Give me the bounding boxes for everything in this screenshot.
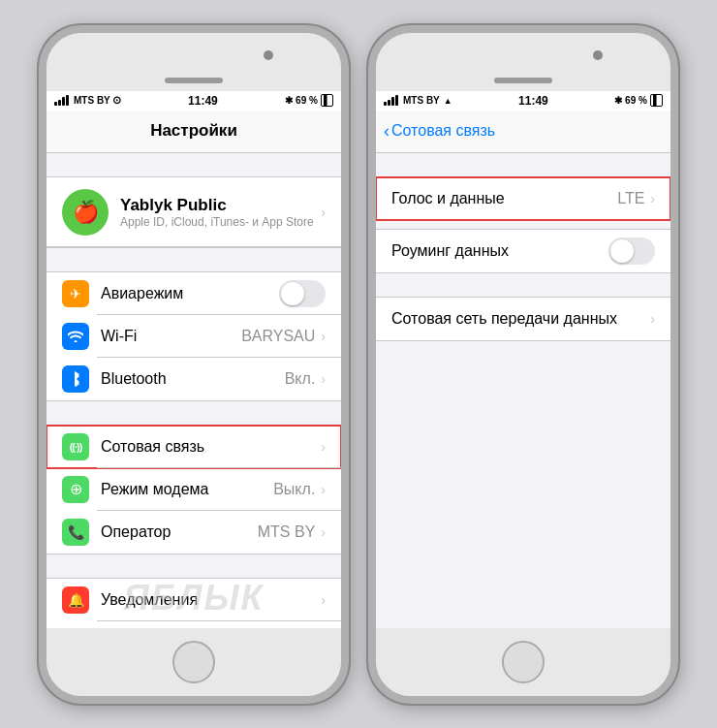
bar4 [66, 95, 69, 106]
voice-data-value: LTE [617, 190, 644, 207]
p2-bar2 [388, 100, 390, 106]
phone-2-screen: MTS BY ▲ 11:49 ✱ 69 % ▌ ‹ Сотовая связь [376, 91, 670, 628]
phone-2-status-left: MTS BY ▲ [384, 95, 452, 106]
profile-name: Yablyk Public [120, 196, 321, 215]
voice-data-label: Голос и данные [391, 190, 617, 207]
phone-2: MTS BY ▲ 11:49 ✱ 69 % ▌ ‹ Сотовая связь [368, 25, 678, 704]
hotspot-icon-box: ⊕ [62, 476, 89, 503]
roaming-item[interactable]: Роуминг данных [376, 230, 670, 272]
wifi-item[interactable]: Wi-Fi BARYSAU › [47, 315, 341, 358]
cellular-group: ((·)) Сотовая связь › ⊕ Режим модема Вык… [47, 425, 341, 554]
bar2 [58, 100, 61, 106]
p2-gap-1 [376, 221, 670, 229]
profile-icon-symbol: 🍎 [73, 200, 99, 225]
phone-1-screen: MTS BY ⊙ 11:49 ✱ 69 % ▌ Настройки 🍎 [47, 91, 341, 628]
airplane-toggle[interactable] [279, 280, 326, 307]
wifi-label: Wi-Fi [101, 328, 241, 345]
profile-avatar: 🍎 [62, 189, 109, 236]
battery-label: 69 % [296, 95, 318, 106]
wifi-icon-box [62, 323, 89, 350]
phone-2-bottom-hardware [376, 628, 670, 696]
notifications-chevron: › [321, 592, 326, 608]
signal-bars [54, 95, 69, 106]
bluetooth-chevron: › [321, 371, 326, 387]
bluetooth-label: Bluetooth [101, 370, 285, 388]
carrier-value: MTS BY [258, 523, 316, 541]
hotspot-item[interactable]: ⊕ Режим модема Выкл. › [47, 468, 341, 511]
gap-3 [47, 554, 341, 578]
phone-1: MTS BY ⊙ 11:49 ✱ 69 % ▌ Настройки 🍎 [39, 25, 349, 704]
notifications-icon-box: 🔔 [62, 586, 89, 614]
notifications-item[interactable]: 🔔 Уведомления › [47, 579, 341, 621]
control-center-item[interactable]: ⊞ Пункт управления › [47, 621, 341, 628]
roaming-group: Роуминг данных [376, 229, 670, 273]
profile-chevron: › [321, 205, 326, 220]
phone-2-front-camera [593, 50, 603, 60]
data-network-item[interactable]: Сотовая сеть передачи данных › [376, 298, 670, 340]
p2-gap-2 [376, 273, 670, 297]
phone-2-location-icon: ▲ [444, 96, 452, 106]
notifications-group: 🔔 Уведомления › ⊞ Пункт управления › [47, 578, 341, 628]
clock: 11:49 [188, 94, 218, 108]
phone-2-clock: 11:49 [518, 94, 548, 108]
wifi-icon: ⊙ [112, 94, 121, 107]
status-bar: MTS BY ⊙ 11:49 ✱ 69 % ▌ [47, 91, 341, 111]
status-right: ✱ 69 % ▌ [285, 94, 333, 107]
settings-scroll[interactable]: 🍎 Yablyk Public Apple ID, iCloud, iTunes… [47, 153, 341, 628]
bar1 [54, 102, 57, 106]
profile-group: 🍎 Yablyk Public Apple ID, iCloud, iTunes… [47, 176, 341, 248]
hotspot-chevron: › [321, 482, 326, 497]
p2-gap-top [376, 153, 670, 176]
phone-2-status-bar: MTS BY ▲ 11:49 ✱ 69 % ▌ [376, 91, 670, 111]
phone-2-earpiece-speaker [494, 78, 552, 83]
cellular-icon-box: ((·)) [62, 433, 89, 460]
wifi-chevron: › [321, 329, 326, 344]
phone-2-status-right: ✱ 69 % ▌ [614, 94, 663, 107]
profile-cell[interactable]: 🍎 Yablyk Public Apple ID, iCloud, iTunes… [47, 177, 341, 247]
airplane-icon: ✈ [62, 280, 89, 307]
data-network-group: Сотовая сеть передачи данных › [376, 297, 670, 341]
bluetooth-item[interactable]: Bluetooth Вкл. › [47, 358, 341, 400]
p2-bar3 [391, 97, 394, 106]
p2-bar4 [395, 95, 398, 106]
front-camera [264, 50, 273, 60]
cellular-item[interactable]: ((·)) Сотовая связь › [47, 426, 341, 468]
data-network-label: Сотовая сеть передачи данных [391, 310, 650, 328]
back-label: Сотовая связь [391, 122, 495, 140]
voice-data-chevron: › [650, 191, 655, 206]
profile-subtitle: Apple ID, iCloud, iTunes- и App Store [120, 215, 321, 229]
phone-2-bluetooth-icon: ✱ [614, 95, 622, 106]
back-button[interactable]: ‹ Сотовая связь [384, 122, 495, 140]
roaming-toggle[interactable] [608, 237, 655, 265]
battery-icon: ▌ [321, 94, 333, 107]
phone-2-top-hardware [376, 33, 670, 91]
toggle-knob [281, 282, 304, 305]
home-button[interactable] [172, 641, 215, 683]
nav-bar: Настройки [47, 111, 341, 153]
phone-2-carrier: MTS BY [403, 95, 440, 106]
carrier-item[interactable]: 📞 Оператор MTS BY › [47, 511, 341, 554]
wifi-value: BARYSAU [241, 328, 315, 345]
airplane-label: Авиарежим [101, 285, 279, 302]
phone-2-settings-scroll[interactable]: Голос и данные LTE › Роуминг данных [376, 153, 670, 628]
bar3 [62, 97, 65, 106]
bluetooth-icon-box [62, 365, 89, 393]
notifications-label: Уведомления [101, 591, 321, 609]
phone-2-battery-label: 69 % [625, 95, 647, 106]
hotspot-label: Режим модема [101, 481, 273, 498]
data-network-chevron: › [650, 311, 655, 327]
phone-2-home-button[interactable] [502, 641, 545, 683]
nav-title: Настройки [150, 121, 237, 141]
airplane-mode-item[interactable]: ✈ Авиарежим [47, 272, 341, 315]
carrier-label: MTS BY [74, 95, 110, 106]
gap-2 [47, 401, 341, 425]
phone-top-hardware [47, 33, 341, 91]
section-gap-top [47, 153, 341, 176]
back-chevron-icon: ‹ [384, 122, 390, 140]
phone-2-battery-icon: ▌ [650, 94, 663, 107]
cellular-chevron: › [321, 439, 326, 455]
earpiece-speaker [165, 78, 223, 83]
voice-data-item[interactable]: Голос и данные LTE › [376, 177, 670, 220]
cellular-label: Сотовая связь [101, 438, 321, 456]
status-left: MTS BY ⊙ [54, 94, 121, 107]
